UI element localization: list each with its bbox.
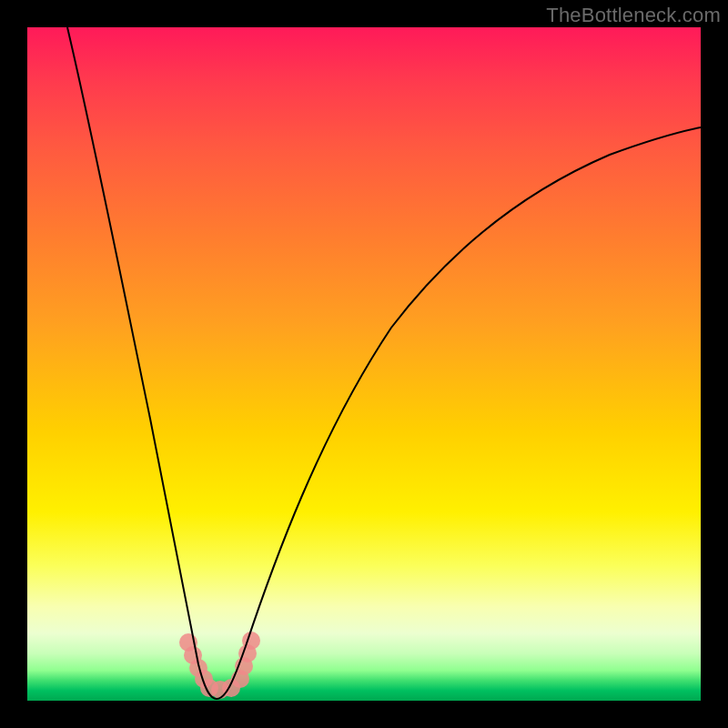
curve-right-branch [217, 127, 701, 699]
curve-left-branch [67, 27, 217, 699]
curve-canvas [27, 27, 701, 701]
watermark-text: TheBottleneck.com [546, 4, 721, 27]
plot-area [27, 27, 701, 701]
outer-frame: TheBottleneck.com [0, 0, 728, 728]
